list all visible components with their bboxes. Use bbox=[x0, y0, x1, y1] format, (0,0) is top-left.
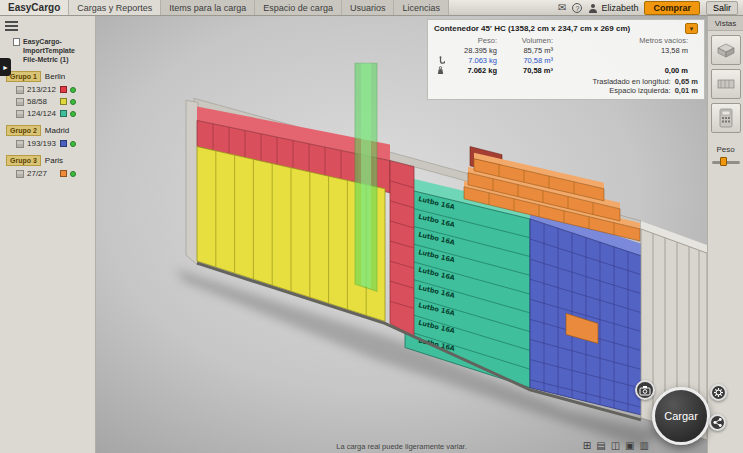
tab-espacio-de-carga[interactable]: Espacio de carga bbox=[255, 0, 342, 15]
person-icon bbox=[588, 3, 598, 13]
project-file-icon bbox=[13, 38, 20, 46]
split-view-icon[interactable]: ◫ bbox=[611, 440, 620, 452]
cargo-item-row[interactable]: 58/58 bbox=[16, 97, 95, 106]
main-tabs: Cargas y Reportes Items para la carga Es… bbox=[69, 0, 449, 15]
item-color-chip bbox=[60, 140, 67, 147]
cargo-group: Grupo 1 Berlin 213/212 58/58 124/124 bbox=[0, 71, 95, 118]
camera-icon bbox=[639, 385, 651, 396]
capacity-volumen: 85,75 m³ bbox=[507, 46, 563, 55]
container-select-dropdown-icon[interactable]: ▼ bbox=[685, 23, 698, 34]
project-title[interactable]: EasyCargo-ImportTemplate File-Metric (1) bbox=[13, 37, 93, 64]
container-view-icon bbox=[716, 42, 736, 58]
loaded-peso: 7.063 kg bbox=[447, 56, 507, 65]
calculator-icon bbox=[719, 108, 733, 128]
metros-header: Metros vacíos: bbox=[563, 36, 698, 45]
item-color-chip bbox=[60, 98, 67, 105]
crate-icon bbox=[16, 110, 24, 118]
group-destination: Paris bbox=[45, 156, 63, 165]
hamburger-menu-icon[interactable] bbox=[5, 21, 18, 31]
settings-button[interactable] bbox=[710, 384, 727, 401]
item-loaded-dot bbox=[70, 171, 76, 177]
espacio-line: Espacio izquierda:0,01 m bbox=[434, 86, 698, 95]
collapse-sidebar-button[interactable]: ► bbox=[0, 58, 11, 76]
load-plan-3d-viewport[interactable]: Lutbo 16A Lutbo 16A Lutbo 16A Lutbo 16A … bbox=[96, 16, 707, 453]
container-title: Contenedor 45' HC (1358,2 cm x 234,7 cm … bbox=[434, 24, 630, 33]
crate-icon bbox=[16, 98, 24, 106]
project-name-line2: File-Metric (1) bbox=[23, 56, 69, 63]
view-preset-button-2[interactable] bbox=[711, 69, 741, 99]
item-loaded-dot bbox=[70, 99, 76, 105]
tab-cargas-y-reportes[interactable]: Cargas y Reportes bbox=[69, 0, 161, 15]
report-icon[interactable]: ▤ bbox=[596, 440, 605, 452]
share-button[interactable] bbox=[709, 414, 726, 431]
weight-slider[interactable] bbox=[712, 157, 740, 166]
cargar-load-button[interactable]: Cargar bbox=[652, 387, 710, 445]
volumen-header: Volumen: bbox=[507, 36, 563, 45]
gear-icon bbox=[713, 387, 724, 398]
group-destination: Berlin bbox=[45, 72, 65, 81]
mail-icon[interactable]: ✉ bbox=[558, 2, 566, 13]
capacity-peso: 28.395 kg bbox=[447, 46, 507, 55]
cargo-group: Grupo 2 Madrid 193/193 bbox=[0, 125, 95, 148]
group-name-badge[interactable]: Grupo 1 bbox=[6, 71, 41, 82]
item-count: 124/124 bbox=[27, 109, 57, 118]
item-color-chip bbox=[60, 170, 67, 177]
red-box-column[interactable] bbox=[390, 161, 414, 338]
group-destination: Madrid bbox=[45, 126, 69, 135]
tab-usuarios[interactable]: Usuarios bbox=[342, 0, 395, 15]
cargo-item-row[interactable]: 124/124 bbox=[16, 109, 95, 118]
net-volumen: 70,58 m³ bbox=[507, 66, 563, 75]
cargo-item-row[interactable]: 213/212 bbox=[16, 85, 95, 94]
drop-indicator-beam bbox=[355, 63, 377, 291]
item-count: 193/193 bbox=[27, 139, 57, 148]
tab-items-para-la-carga[interactable]: Items para la carga bbox=[161, 0, 255, 15]
item-loaded-dot bbox=[70, 111, 76, 117]
net-peso: 7.062 kg bbox=[447, 66, 507, 75]
item-loaded-dot bbox=[70, 87, 76, 93]
trasladado-line: Trasladado en longitud:0,65 m bbox=[434, 77, 698, 86]
print-icon[interactable]: ▥ bbox=[640, 440, 649, 452]
item-color-chip bbox=[60, 110, 67, 117]
net-metros: 0,00 m bbox=[563, 66, 698, 75]
hook-icon bbox=[436, 56, 445, 65]
cargo-group: Grupo 3 Paris 27/27 bbox=[0, 155, 95, 178]
project-name-line1: EasyCargo-ImportTemplate bbox=[23, 38, 75, 54]
item-loaded-dot bbox=[70, 141, 76, 147]
item-count: 27/27 bbox=[27, 169, 57, 178]
tab-licencias[interactable]: Licencias bbox=[394, 0, 449, 15]
view-preset-button-1[interactable] bbox=[711, 35, 741, 65]
item-color-chip bbox=[60, 86, 67, 93]
load-steps-icon[interactable]: ⊞ bbox=[583, 440, 591, 452]
container-left-end bbox=[186, 100, 198, 265]
share-icon bbox=[712, 417, 723, 428]
cargo-item-row[interactable]: 193/193 bbox=[16, 139, 95, 148]
item-count: 213/212 bbox=[27, 85, 57, 94]
screenshot-icon[interactable]: ▣ bbox=[625, 440, 634, 452]
crate-icon bbox=[16, 140, 24, 148]
user-menu[interactable]: Elizabeth bbox=[588, 3, 638, 13]
group-name-badge[interactable]: Grupo 2 bbox=[6, 125, 41, 136]
app-logo[interactable]: EasyCargo bbox=[0, 0, 69, 15]
capacity-metros: 13,58 m bbox=[563, 46, 698, 55]
crate-icon bbox=[16, 170, 24, 178]
view-preset-button-3[interactable] bbox=[711, 103, 741, 133]
loaded-volumen: 70,58 m³ bbox=[507, 56, 563, 65]
item-count: 58/58 bbox=[27, 97, 57, 106]
logout-button[interactable]: Salir bbox=[706, 1, 738, 15]
camera-button[interactable] bbox=[635, 380, 655, 400]
cargo-item-row[interactable]: 27/27 bbox=[16, 169, 95, 178]
container-info-panel: Contenedor 45' HC (1358,2 cm x 234,7 cm … bbox=[427, 19, 705, 100]
peso-header: Peso: bbox=[447, 36, 507, 45]
shipment-sidebar: ► EasyCargo-ImportTemplate File-Metric (… bbox=[0, 16, 96, 453]
weight-slider-handle[interactable] bbox=[720, 157, 727, 166]
crate-icon bbox=[16, 86, 24, 94]
views-panel-title: Vistas bbox=[708, 16, 743, 31]
group-name-badge[interactable]: Grupo 3 bbox=[6, 155, 41, 166]
container-side-view-icon bbox=[716, 76, 736, 92]
top-menu-bar: EasyCargo Cargas y Reportes Items para l… bbox=[0, 0, 743, 16]
weight-icon bbox=[436, 66, 445, 75]
buy-button[interactable]: Comprar bbox=[644, 1, 700, 15]
user-name: Elizabeth bbox=[601, 3, 638, 13]
help-icon[interactable]: ? bbox=[572, 3, 582, 13]
weight-slider-label: Peso bbox=[716, 145, 734, 154]
